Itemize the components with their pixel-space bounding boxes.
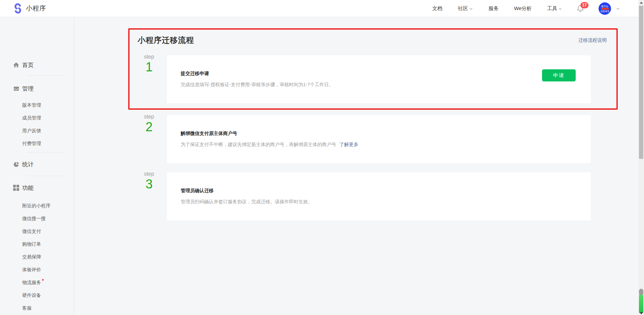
step-card-desc: 管理员扫码确认并签订服务协议，完成迁移。该操作即时生效。 xyxy=(181,199,591,205)
sidebar-item-pay-manage[interactable]: 付费管理 xyxy=(22,141,41,147)
sidebar-item-label: 功能 xyxy=(22,184,34,192)
sidebar-sub-label: 物流服务 xyxy=(22,280,41,286)
grid-icon xyxy=(13,184,20,191)
sidebar-item-statistics[interactable]: 统计 xyxy=(0,160,74,168)
nav-tools-label: 工具 xyxy=(547,5,557,12)
avatar-red-band xyxy=(601,8,609,10)
sidebar-item-label: 管理 xyxy=(22,85,34,93)
sidebar-item-label: 统计 xyxy=(22,161,34,168)
chevron-down-icon xyxy=(469,7,473,11)
nav-we-analysis[interactable]: We分析 xyxy=(514,5,532,12)
sidebar-item-logistics-service[interactable]: 物流服务 xyxy=(22,280,44,286)
divider xyxy=(27,176,66,176)
sidebar-sub-label: 体验评价 xyxy=(22,267,41,273)
step-card-desc-text: 为了保证支付不中断，建议先绑定新主体的商户号，再解绑原主体的商户号 xyxy=(181,142,336,147)
sidebar-item-wechat-pay[interactable]: 微信支付 xyxy=(22,229,41,235)
scrollbar[interactable] xyxy=(638,0,644,315)
brand-title: 小程序 xyxy=(26,4,46,13)
scrollbar-bottom-cap xyxy=(639,289,643,295)
step-number: 1 xyxy=(139,60,159,74)
sidebar-item-version-manage[interactable]: 版本管理 xyxy=(22,102,41,109)
step-number: 3 xyxy=(139,177,159,191)
chevron-down-icon xyxy=(558,7,562,11)
step-label: step xyxy=(139,114,159,120)
step-card-title: 解绑微信支付原主体商户号 xyxy=(181,131,591,137)
brand[interactable]: 小程序 xyxy=(13,3,46,13)
sidebar-item-transaction-guarantee[interactable]: 交易保障 xyxy=(22,254,41,261)
sidebar-sub-label: 客服 xyxy=(22,305,32,311)
migration-help-link[interactable]: 迁移流程说明 xyxy=(578,37,607,43)
avatar-text-bottom: 智慧零售 xyxy=(600,10,609,12)
scroll-down-arrow-icon[interactable] xyxy=(640,312,643,314)
avatar-text-top: 数字化 xyxy=(602,5,608,7)
account-chevron-icon[interactable] xyxy=(616,6,620,11)
step-card-title: 管理员确认迁移 xyxy=(181,188,591,194)
nav-tools[interactable]: 工具 xyxy=(547,5,562,12)
sidebar-item-nearby-miniprogram[interactable]: 附近的小程序 xyxy=(22,203,50,210)
miniprogram-logo-icon xyxy=(13,3,23,13)
learn-more-link[interactable]: 了解更多 xyxy=(339,142,358,147)
nav-service-label: 服务 xyxy=(489,5,499,12)
nav-docs-label: 文档 xyxy=(432,5,442,12)
sidebar-sub-label: 用户反馈 xyxy=(22,128,41,134)
step-label: step xyxy=(139,171,159,177)
step-card-submit-application: 提交迁移申请 完成信息填写-授权验证-支付费用-审核等步骤，审核时间为1-7个工… xyxy=(167,55,591,103)
sidebar-sub-label: 版本管理 xyxy=(22,102,41,108)
nav-service[interactable]: 服务 xyxy=(489,5,499,12)
step-card-admin-confirm: 管理员确认迁移 管理员扫码确认并签订服务协议，完成迁移。该操作即时生效。 xyxy=(167,172,591,220)
scrollbar-green-indicator xyxy=(639,295,643,313)
avatar[interactable]: 数字化 智慧零售 xyxy=(599,2,611,15)
sidebar-item-user-feedback[interactable]: 用户反馈 xyxy=(22,128,41,135)
page-title: 小程序迁移流程 xyxy=(138,35,194,45)
divider xyxy=(27,152,66,152)
sidebar-item-features[interactable]: 功能 xyxy=(0,184,74,192)
nav-we-analysis-label: We分析 xyxy=(514,5,532,12)
nav-docs[interactable]: 文档 xyxy=(432,5,442,12)
divider xyxy=(27,75,66,76)
top-nav: 文档 社区 服务 We分析 工具 17 xyxy=(417,0,620,17)
sidebar-sub-label: 微信支付 xyxy=(22,229,41,235)
notification-badge: 17 xyxy=(580,2,588,8)
sidebar-sub-label: 成员管理 xyxy=(22,115,41,121)
red-dot-badge xyxy=(42,279,44,281)
sidebar-item-wechat-search[interactable]: 微信搜一搜 xyxy=(22,216,46,222)
step-card-desc: 为了保证支付不中断，建议先绑定新主体的商户号，再解绑原主体的商户号 了解更多 xyxy=(181,142,591,148)
sidebar-item-label: 首页 xyxy=(22,61,34,69)
sidebar-item-experience-rating[interactable]: 体验评价 xyxy=(22,267,41,274)
apply-button[interactable]: 申请 xyxy=(542,69,576,81)
sidebar: 首页 管理 版本管理 成员管理 用户反馈 付费管理 xyxy=(0,17,74,315)
scroll-up-arrow-icon[interactable] xyxy=(640,2,643,4)
step-label: step xyxy=(139,54,159,60)
page: 小程序 文档 社区 服务 We分析 工具 xyxy=(0,0,644,315)
sidebar-sub-label: 硬件设备 xyxy=(22,292,41,299)
sidebar-sub-label: 付费管理 xyxy=(22,141,41,147)
sidebar-sub-label: 微信搜一搜 xyxy=(22,216,46,222)
sidebar-sub-label: 购物订单 xyxy=(22,241,41,247)
sidebar-sub-label: 交易保障 xyxy=(22,254,41,260)
sidebar-sub-label: 附近的小程序 xyxy=(22,203,50,209)
nav-community-label: 社区 xyxy=(458,5,468,12)
step-card-title: 提交迁移申请 xyxy=(181,71,591,77)
top-header: 小程序 文档 社区 服务 We分析 工具 xyxy=(0,0,644,17)
sidebar-item-customer-service[interactable]: 客服 xyxy=(22,305,32,312)
sidebar-item-member-manage[interactable]: 成员管理 xyxy=(22,115,41,122)
step-card-unbind-merchant: 解绑微信支付原主体商户号 为了保证支付不中断，建议先绑定新主体的商户号，再解绑原… xyxy=(167,115,591,163)
step-card-desc: 完成信息填写-授权验证-支付费用-审核等步骤，审核时间为1-7个工作日。 xyxy=(181,82,591,88)
sidebar-item-manage[interactable]: 管理 xyxy=(0,84,74,93)
sidebar-item-shopping-orders[interactable]: 购物订单 xyxy=(22,241,41,248)
tray-icon xyxy=(13,85,20,92)
sidebar-item-hardware-devices[interactable]: 硬件设备 xyxy=(22,292,41,299)
nav-community[interactable]: 社区 xyxy=(458,5,473,12)
scrollbar-thumb[interactable] xyxy=(639,6,643,159)
step-number: 2 xyxy=(139,120,159,134)
notifications-button[interactable]: 17 xyxy=(576,4,585,13)
sidebar-item-home[interactable]: 首页 xyxy=(0,61,74,69)
home-icon xyxy=(13,62,20,68)
pie-chart-icon xyxy=(13,161,20,168)
